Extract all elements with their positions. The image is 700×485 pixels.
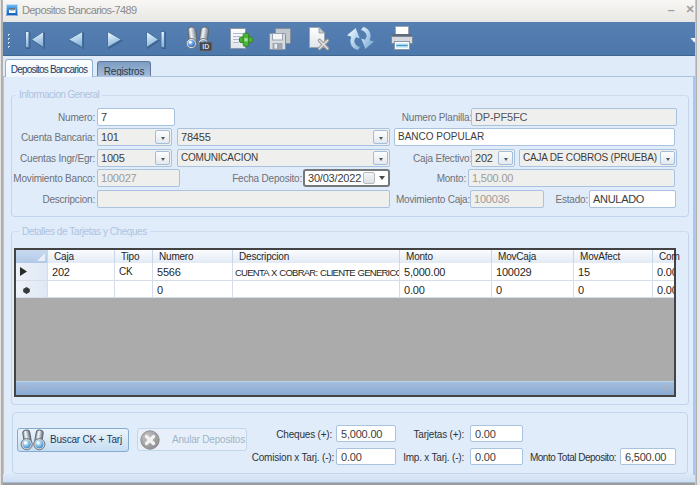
svg-text:ID: ID (202, 43, 209, 50)
